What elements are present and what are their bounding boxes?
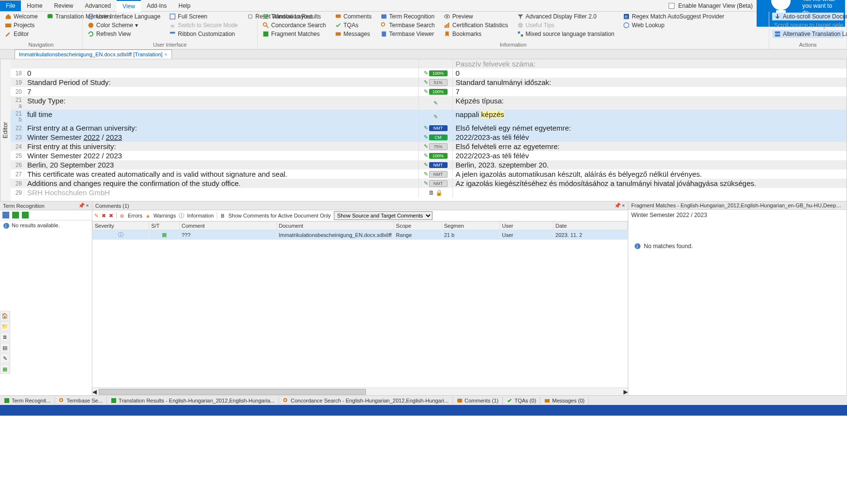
edit-comment-icon[interactable]: ✎ [94,213,99,219]
menu-review[interactable]: Review [48,0,79,11]
segment-row[interactable]: 27This certificate was created automatic… [11,169,847,179]
pin-icon[interactable]: 📌 [614,202,621,209]
segment-row[interactable]: 24First entry at this university:✎75%Els… [11,142,847,151]
menu-view[interactable]: View [117,0,141,12]
segment-target[interactable] [453,188,847,197]
trans-results-button[interactable]: Translation Results [260,13,328,20]
tab-messages[interactable]: Messages (0) [540,397,589,404]
nav-editor-button[interactable]: Editor [3,30,40,38]
color-scheme-button[interactable]: Color Scheme ▾ [86,21,162,29]
regex-button[interactable]: RRegex Match AutoSuggest Provider [621,13,726,20]
segment-row[interactable]: 180✎100%0 [11,68,847,78]
segment-row[interactable]: 19Standard Period of Study:✎51%Standard … [11,78,847,87]
pin-icon[interactable]: 📌 [78,202,85,209]
scroll-thumb[interactable] [99,389,366,395]
warnings-label[interactable]: Warnings [154,213,176,218]
scroll-right-icon[interactable]: ▶ [623,388,628,395]
segment-source[interactable]: Winter Semester 2022 / 2023 [24,151,419,160]
segment-source[interactable]: full time [24,110,419,123]
segment-row[interactable]: 29SRH Hochschulen GmbH🗎 🔒 [11,188,847,197]
menu-file[interactable]: File [0,0,21,11]
close-icon[interactable]: × [86,202,89,209]
segment-row[interactable]: 23Winter Semester 2022 / 2023✎CM2022/202… [11,133,847,142]
comment-row[interactable]: ⓘ ▦ ??? Immatrikulationsbescheinigung_EN… [93,230,628,240]
menu-advanced[interactable]: Advanced [79,0,117,11]
segment-source[interactable]: 7 [24,87,419,96]
col-severity[interactable]: Severity [93,222,149,230]
segment-row[interactable]: 22First entry at a German university:✎NM… [11,123,847,133]
segment-source[interactable]: Additions and changes require the confir… [24,179,419,188]
autoscroll-button[interactable]: Auto-scroll Source Docum [772,13,844,20]
ui-lang-button[interactable]: User Interface Language [86,13,162,20]
segment-row[interactable]: 26Berlin, 20 September 2023✎NMTBerlin, 2… [11,160,847,169]
tab-termbase-search[interactable]: Termbase Se... [55,397,107,404]
altlayout-button[interactable]: Alternative Translation Lay [772,30,844,38]
segment-source[interactable]: Standard Period of Study: [24,78,419,87]
rail-home-icon[interactable]: 🏠 [0,311,10,320]
comment-filter-select[interactable]: Show Source and Target Comments [334,211,432,220]
segment-target[interactable]: 2022/2023-as téli félév [453,151,847,160]
fullscreen-button[interactable]: Full Screen [167,13,240,20]
col-document[interactable]: Document [277,222,394,230]
frag-match-button[interactable]: Fragment Matches [260,30,328,38]
ribbon-custom-button[interactable]: Ribbon Customization [167,30,240,38]
segment-source[interactable]: First entry at a German university: [24,123,419,133]
nav-projects-button[interactable]: Projects [3,21,40,29]
adv-filter-button[interactable]: Advanced Display Filter 2.0 [515,13,617,20]
info-label[interactable]: Information [187,213,214,218]
segment-source[interactable]: 0 [24,68,419,78]
termbase-viewer-button[interactable]: Termbase Viewer [379,30,437,38]
showactive-label[interactable]: Show Comments for Active Document Only [228,213,331,218]
term-tool-icon[interactable] [2,211,10,219]
segment-source[interactable]: This certificate was created automatical… [24,169,419,179]
cert-stats-button[interactable]: Certification Statistics [442,21,510,29]
tqas-button[interactable]: TQAs [333,21,374,29]
term-tool-icon[interactable] [12,211,19,219]
col-date[interactable]: Date [553,222,628,230]
segment-target[interactable]: Első felvételi erre az egyetemre: [453,142,847,151]
comments-button[interactable]: Comments [333,13,374,20]
tab-comments[interactable]: Comments (1) [453,397,503,404]
delete-comment-icon[interactable]: ✖ [102,213,106,219]
segment-target[interactable]: 7 [453,87,847,96]
menu-home[interactable]: Home [21,0,48,11]
segment-row[interactable]: 28Additions and changes require the conf… [11,179,847,188]
termbase-search-button[interactable]: Termbase Search [379,21,437,29]
segment-target[interactable]: Az igazolás kiegészítéséhez és módosítás… [453,179,847,188]
tab-tqas[interactable]: TQAs (0) [503,397,541,404]
weblookup-button[interactable]: Web Lookup [621,21,726,29]
scroll-left-icon[interactable]: ◀ [92,388,97,395]
col-segment[interactable]: Segmen [442,222,500,230]
segment-target[interactable]: 0 [453,68,847,78]
comments-hscroll[interactable]: ◀▶ [92,387,628,395]
tab-term-recognition[interactable]: Term Recognit... [0,397,55,404]
menu-help[interactable]: Help [173,0,196,11]
col-comment[interactable]: Comment [179,222,277,230]
close-icon[interactable]: × [164,51,167,57]
segment-source[interactable]: SRH Hochschulen GmbH [24,188,419,197]
enable-manager-checkbox[interactable] [669,3,674,9]
segment-source[interactable]: Winter Semester 2022 / 2023 [24,133,419,142]
rail-db-icon[interactable]: ▦ [0,364,10,374]
segment-source[interactable]: Study Type: [24,96,419,110]
col-st[interactable]: S/T [149,222,179,230]
rail-pencil-icon[interactable]: ✎ [0,353,10,363]
refresh-view-button[interactable]: Refresh View [86,30,162,38]
preview-button[interactable]: Preview [442,13,510,20]
term-recog-button[interactable]: Term Recognition [379,13,437,20]
errors-label[interactable]: Errors [128,213,142,218]
delete-all-icon[interactable]: ✖ [109,213,113,219]
segment-source[interactable]: Berlin, 20 September 2023 [24,160,419,169]
segment-source[interactable]: First entry at this university: [24,142,419,151]
rail-folder-icon[interactable]: 📁 [0,321,10,331]
segment-target[interactable]: nappali képzés [453,110,847,123]
segment-row[interactable]: 21 bfull time✎nappali képzés [11,110,847,123]
segment-target[interactable]: Képzés típusa: [453,96,847,110]
bookmarks-button[interactable]: Bookmarks [442,30,510,38]
segment-target[interactable]: A jelen igazolás automatikusan készült, … [453,169,847,179]
segment-target[interactable]: Standard tanulmányi időszak: [453,78,847,87]
rail-list-icon[interactable]: ▤ [0,343,10,353]
concord-search-button[interactable]: Concordance Search [260,21,328,29]
col-scope[interactable]: Scope [394,222,442,230]
segment-target[interactable]: 2022/2023-as téli félév [453,133,847,142]
